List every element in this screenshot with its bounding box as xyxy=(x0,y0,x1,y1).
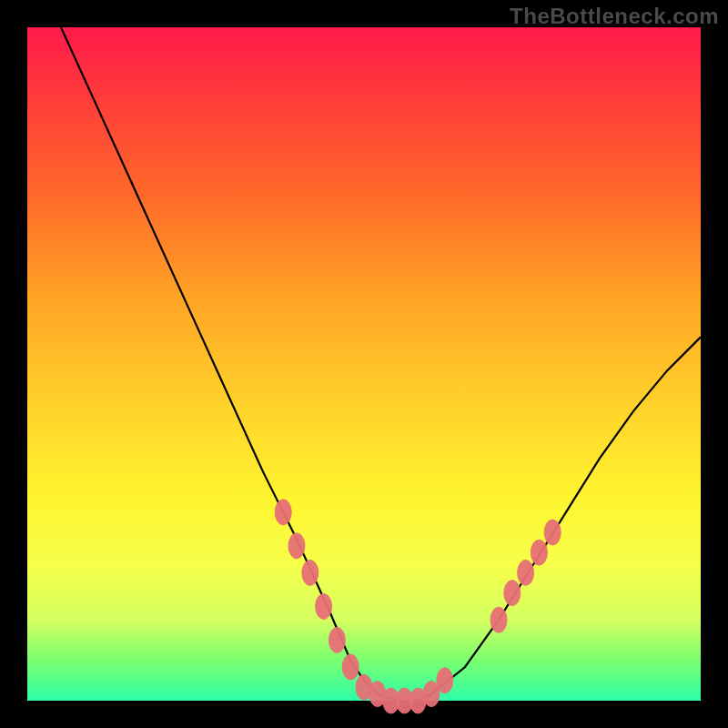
curve-marker xyxy=(342,654,359,680)
chart-frame: TheBottleneck.com xyxy=(0,0,728,728)
curve-markers-group xyxy=(275,500,561,713)
curve-marker xyxy=(316,593,332,619)
watermark-text: TheBottleneck.com xyxy=(510,4,719,29)
curve-marker xyxy=(275,500,291,525)
curve-marker xyxy=(504,581,521,606)
curve-marker xyxy=(518,560,534,585)
plot-area xyxy=(27,27,701,701)
curve-marker xyxy=(531,540,547,565)
curve-marker xyxy=(329,627,345,652)
curve-marker xyxy=(490,607,507,632)
bottleneck-curve xyxy=(61,27,701,701)
curve-marker xyxy=(288,533,305,559)
curve-svg xyxy=(27,27,701,701)
curve-marker xyxy=(437,668,453,693)
curve-marker xyxy=(544,520,561,545)
curve-marker xyxy=(302,560,318,585)
